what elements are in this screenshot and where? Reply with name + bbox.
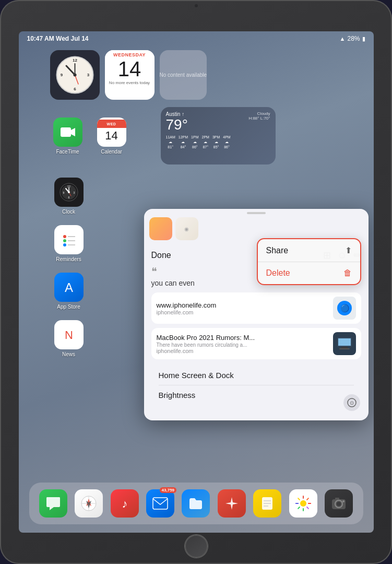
svg-rect-67 — [335, 498, 339, 500]
link-domain-1: iphonelife.com — [157, 309, 333, 315]
link-thumb-2 — [333, 332, 356, 355]
calendar-label: Calendar — [101, 149, 122, 155]
wifi-icon: ▲ — [340, 36, 346, 42]
dock-camera[interactable] — [325, 489, 353, 518]
svg-rect-55 — [303, 508, 304, 511]
app-clock[interactable]: 12 3 6 9 Clock — [51, 178, 87, 215]
ipad-screen: 10:47 AM Wed Jul 14 ▲ 28% ▮ 12 3 6 9 — [19, 31, 374, 533]
svg-text:3: 3 — [73, 191, 75, 194]
svg-text:9: 9 — [60, 73, 63, 77]
svg-rect-36 — [341, 347, 348, 348]
svg-rect-59 — [308, 503, 311, 504]
calendar-date: 14 — [105, 57, 155, 80]
done-button[interactable]: Done — [151, 251, 171, 260]
weather-temp: 79° — [166, 117, 188, 133]
news-label: News — [62, 351, 75, 357]
weather-hilo: H:88° L:70° — [248, 116, 270, 121]
link-domain-2: iphonelife.com — [157, 348, 333, 354]
battery-percent: 28% — [347, 35, 360, 42]
dock-photos[interactable] — [289, 489, 317, 518]
svg-text:3: 3 — [87, 73, 89, 77]
svg-text:12: 12 — [73, 58, 77, 63]
dock-spark[interactable] — [218, 489, 246, 518]
facetime-label: FaceTime — [56, 149, 79, 155]
svg-point-23 — [63, 239, 66, 242]
weather-condition: Cloudy — [248, 111, 270, 116]
link-card-2[interactable]: MacBook Pro 2021 Rumors: M... There have… — [151, 328, 361, 359]
clock-widget: 12 3 6 9 — [50, 50, 100, 100]
svg-point-22 — [63, 235, 66, 238]
option-brightness[interactable]: Brightness — [159, 385, 354, 405]
appstore-icon: A — [54, 273, 84, 302]
dock-mail[interactable]: 43,759 — [146, 489, 174, 518]
share-label: Share — [266, 246, 289, 255]
trash-icon: 🗑 — [343, 268, 352, 278]
status-bar: 10:47 AM Wed Jul 14 ▲ 28% ▮ — [19, 31, 374, 46]
svg-marker-48 — [225, 497, 238, 510]
blank-widget-text: No content available — [160, 72, 207, 78]
dock-safari[interactable] — [75, 489, 103, 518]
svg-text:9: 9 — [63, 191, 64, 194]
appstore-label: App Store — [57, 304, 80, 310]
svg-text:N: N — [65, 328, 73, 342]
news-icon: N — [54, 320, 84, 349]
app-reminders[interactable]: Reminders — [51, 225, 87, 262]
svg-rect-58 — [306, 498, 309, 501]
context-menu: Share ⬆ Delete 🗑 — [257, 238, 361, 285]
link-desc-2: There have been rumors circulating a... — [157, 342, 333, 348]
link-thumb-1: 🔵 — [333, 297, 356, 320]
app-appstore[interactable]: A App Store — [51, 273, 87, 310]
status-time: 10:47 AM Wed Jul 14 — [27, 35, 89, 42]
home-button[interactable] — [185, 535, 208, 558]
clock-app-icon: 12 3 6 9 — [54, 178, 84, 207]
link-url-1: www.iphonelife.com — [157, 301, 333, 309]
svg-rect-62 — [295, 503, 299, 504]
svg-text:12: 12 — [67, 185, 70, 188]
link-info-2: MacBook Pro 2021 Rumors: M... There have… — [157, 334, 333, 354]
app-facetime[interactable]: FaceTime — [50, 118, 86, 155]
svg-rect-54 — [303, 496, 304, 499]
svg-rect-9 — [61, 127, 71, 137]
svg-point-68 — [342, 500, 345, 502]
svg-text:A: A — [64, 280, 73, 295]
reminders-label: Reminders — [56, 256, 81, 262]
popup-options: Home Screen & Dock Brightness — [151, 363, 361, 409]
app-calendar[interactable]: WED 14 Calendar — [94, 118, 129, 155]
link-url-2: MacBook Pro 2021 Rumors: M... — [157, 334, 333, 342]
share-menu-item[interactable]: Share ⬆ — [258, 239, 360, 262]
calendar-icon: WED 14 — [97, 118, 126, 147]
dock: ♪ 43,759 — [29, 483, 363, 524]
svg-text:6: 6 — [68, 196, 69, 199]
svg-point-8 — [73, 74, 76, 77]
svg-point-24 — [63, 243, 66, 246]
link-info-1: www.iphonelife.com iphonelife.com — [157, 301, 333, 315]
svg-rect-61 — [297, 507, 300, 510]
weather-widget: Austin ↑ 79° Cloudy H:88° L:70° 11AM☁81°… — [161, 107, 276, 164]
svg-marker-10 — [71, 128, 75, 136]
siri-button[interactable]: ⊙ — [343, 394, 360, 411]
weather-hourly: 11AM☁81° 12PM☁84° 1PM☁86° 2PM☁87° 3PM☁85… — [166, 135, 270, 149]
dock-notes[interactable] — [253, 489, 281, 518]
calendar-day: WEDNESDAY — [105, 50, 155, 57]
dock-music[interactable]: ♪ — [111, 489, 139, 518]
option-homescreen[interactable]: Home Screen & Dock — [159, 366, 354, 385]
svg-rect-63 — [297, 498, 300, 501]
svg-text:♪: ♪ — [122, 497, 127, 510]
link-card-1[interactable]: www.iphonelife.com iphonelife.com 🔵 — [151, 292, 361, 324]
dock-messages[interactable] — [39, 489, 67, 518]
dock-files[interactable] — [182, 489, 210, 518]
svg-rect-21 — [60, 230, 78, 249]
svg-text:6: 6 — [74, 87, 76, 91]
svg-text:⊙: ⊙ — [350, 400, 354, 406]
svg-rect-35 — [338, 338, 351, 346]
clock-label: Clock — [62, 209, 75, 215]
battery-icon: ▮ — [362, 36, 365, 42]
svg-rect-60 — [306, 507, 309, 510]
app-news[interactable]: N News — [51, 320, 87, 357]
blank-widget: No content available — [160, 50, 207, 100]
calendar-event: No more events today — [105, 80, 155, 86]
svg-rect-47 — [153, 498, 168, 509]
reminders-icon — [54, 225, 84, 254]
delete-menu-item[interactable]: Delete 🗑 — [258, 262, 360, 284]
delete-label: Delete — [266, 268, 290, 278]
